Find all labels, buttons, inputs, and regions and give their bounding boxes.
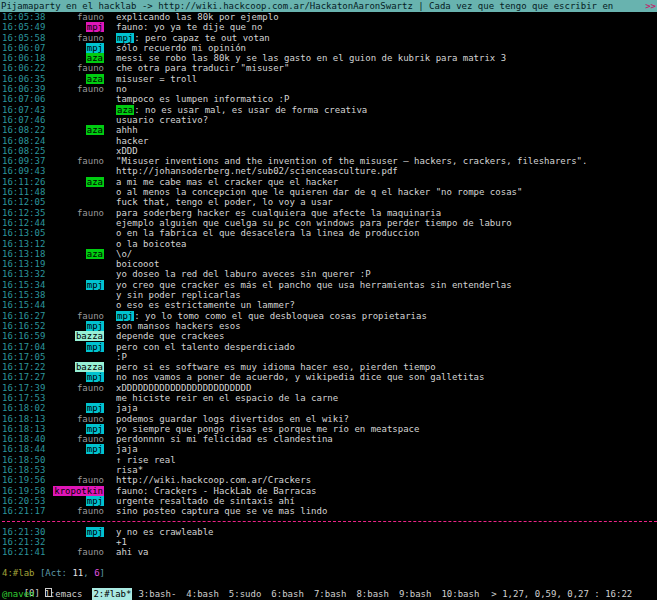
message-text: fauno: Crackers - HackLab de Barracas (116, 486, 316, 496)
nickname: fauno (77, 12, 104, 22)
timestamp: 16:07:06 (2, 94, 48, 104)
timestamp: 16:09:37 (2, 156, 48, 166)
chat-log[interactable]: 16:05:38faunoexplicando las 80k por ejem… (0, 12, 657, 568)
nickname: aza (86, 74, 104, 84)
message-text: sino posteo captura que se ve mas lindo (116, 506, 327, 516)
nickname: mpj (86, 280, 104, 290)
unread-marker-line (2, 521, 657, 522)
message-segment: ↑ rise real (116, 455, 176, 465)
timestamp: 16:12:44 (2, 218, 48, 228)
chat-message-row: 16:17:05:P (2, 352, 657, 362)
nick-column (48, 537, 104, 547)
message-segment: xDDD (116, 146, 138, 156)
screen-window-tab[interactable]: 4:bash (186, 588, 219, 600)
message-text: ahi va (116, 547, 149, 557)
nick-mention: aza (116, 105, 134, 115)
message-text: fuck that, tengo el poder, lo voy a usar (116, 197, 333, 207)
message-segment: perdonnnn si mi felicidad es clandestina (116, 434, 333, 444)
message-text: usuario creativo? (116, 115, 208, 125)
timestamp: 16:16:59 (2, 331, 48, 341)
input-line[interactable]: [0] (0, 578, 657, 588)
timestamp: 16:17:53 (2, 393, 48, 403)
chat-message-row: 16:15:44o eso es estrictamente un lammer… (2, 300, 657, 310)
nick-column (48, 239, 104, 249)
nickname: fauno (77, 383, 104, 393)
chat-message-row: 16:07:06tampoco es lumpen informatico :P (2, 94, 657, 104)
message-text: :P (116, 352, 127, 362)
timestamp: 16:18:40 (2, 434, 48, 444)
message-segment: podemos guardar logs divertidos en el wi… (116, 414, 349, 424)
chat-message-row: 16:21:41faunoahi va (2, 547, 657, 557)
nick-column (48, 290, 104, 300)
message-text: no (116, 84, 127, 94)
chat-message-row: 16:18:13mpjyo siempre que pongo risas es… (2, 424, 657, 434)
message-text: http://wiki.hackcoop.com.ar/Crackers (116, 475, 311, 485)
screen-window-tab[interactable]: 9:bash (399, 588, 432, 600)
timestamp: 16:18:02 (2, 403, 48, 413)
message-text: "Misuser inventions and the invention of… (116, 156, 587, 166)
chat-message-row: 16:16:52mpjson mansos hackers esos (2, 321, 657, 331)
nickname: fauno (77, 156, 104, 166)
message-text: y sin poder replicarlas (116, 290, 241, 300)
timestamp: 16:05:38 (2, 12, 48, 22)
status-part: , (83, 568, 94, 578)
nick-column: mpj (48, 496, 104, 506)
message-text: o eso es estrictamente un lammer? (116, 300, 295, 310)
chat-message-row: 16:09:43http://johansoderberg.net/sub02/… (2, 166, 657, 176)
screen-window-tab[interactable]: 5:sudo (229, 588, 262, 600)
nickname: mpj (86, 444, 104, 454)
timestamp: 16:13:19 (2, 259, 48, 269)
message-segment: risa* (116, 465, 143, 475)
topic-bar: Pijamaparty en el hacklab -> http://wiki… (0, 0, 657, 12)
nick-column: mpj (48, 372, 104, 382)
screen-window-tab[interactable]: 1:emacs (45, 588, 83, 600)
timestamp: 16:21:32 (2, 537, 48, 547)
url-text[interactable]: http://johansoderberg.net/sub02/sciencea… (116, 166, 398, 176)
message-text: perdonnnn si mi felicidad es clandestina (116, 434, 333, 444)
timestamp: 16:21:17 (2, 506, 48, 516)
timestamp: 16:05:58 (2, 33, 48, 43)
chat-message-row: 16:13:05o en la fabrica el que desaceler… (2, 228, 657, 238)
nickname: mpj (86, 403, 104, 413)
nickname: fauno (77, 84, 104, 94)
chat-message-row: 16:18:53risa* (2, 465, 657, 475)
timestamp: 16:05:49 (2, 22, 48, 32)
chat-message-row: 16:06:22faunoche otra para traducir "mis… (2, 63, 657, 73)
nick-column: fauno (48, 33, 104, 43)
irssi-status-bar: 4:#lab [Act: 11, 6] (0, 568, 657, 578)
timestamp: 16:13:12 (2, 239, 48, 249)
screen-window-tab[interactable]: 2:#lab* (92, 588, 132, 600)
chat-message-row: 16:12:05fuck that, tengo el poder, lo vo… (2, 197, 657, 207)
message-text: +1 (116, 537, 127, 547)
nick-column (48, 228, 104, 238)
chat-message-row: 16:07:43aza: no es usar mal, es usar de … (2, 105, 657, 115)
screen-window-tab[interactable]: 6:bash (271, 588, 304, 600)
load-and-clock: > 1,27, 0,59, 0,27 : 16:22 (491, 588, 632, 600)
message-segment: son mansos hackers esos (116, 321, 241, 331)
message-text: messi se robo las 80k y se las gasto en … (116, 53, 506, 63)
message-segment: misuser = troll (116, 74, 197, 84)
nick-mention: mpj (116, 311, 134, 321)
nick-column: aza (48, 177, 104, 187)
chat-message-row: 16:21:32+1 (2, 537, 657, 547)
chat-message-row: 16:05:38faunoexplicando las 80k por ejem… (2, 12, 657, 22)
timestamp: 16:07:46 (2, 115, 48, 125)
timestamp: 16:18:13 (2, 424, 48, 434)
message-segment: yo creo que cracker es más el pancho que… (116, 280, 512, 290)
status-part: ] (100, 568, 105, 578)
nickname: mpj (86, 424, 104, 434)
message-segment: hacker (116, 136, 149, 146)
nick-column (48, 465, 104, 475)
chat-message-row: 16:16:59bazzadepende que crackees (2, 331, 657, 341)
screen-window-tab[interactable]: 7:bash (314, 588, 347, 600)
screen-window-tab[interactable]: 10:bash (441, 588, 479, 600)
url-text[interactable]: http://wiki.hackcoop.com.ar/Crackers (116, 475, 311, 485)
screen-window-tab[interactable]: 8:bash (356, 588, 389, 600)
screen-window-tab[interactable]: 3:bash- (138, 588, 176, 600)
nick-mention: mpj (116, 33, 134, 43)
nickname: fauno (77, 33, 104, 43)
message-text: mpj: pero capaz te out votan (116, 33, 270, 43)
chat-message-row: 16:17:22bazzapero si es software es muy … (2, 362, 657, 372)
nick-column (48, 115, 104, 125)
timestamp: 16:11:26 (2, 177, 48, 187)
